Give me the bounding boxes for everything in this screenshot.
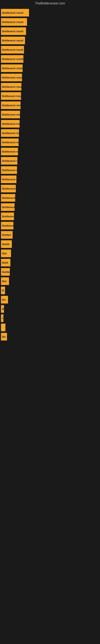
bar-label: Bottleneck re	[2, 196, 15, 200]
bar-item[interactable]: Bottleneck result	[1, 203, 15, 211]
bar-row: Bottleneck result	[0, 9, 100, 16]
bar-item[interactable]: Bottleneck result	[1, 157, 17, 164]
bar-row: Bottleneck result	[0, 74, 100, 81]
bar-label: Bottleneck	[2, 215, 14, 218]
bar-label: Bottleneck result	[2, 39, 23, 42]
bar-row: Bottleneck r	[0, 176, 100, 183]
bar-label: Bottleneck result	[2, 48, 23, 51]
bar-label: Bottle	[2, 243, 10, 246]
bar-item[interactable]: Bottl	[1, 259, 10, 266]
bar-item[interactable]: Bot	[1, 250, 11, 257]
bar-row: Bot	[0, 277, 100, 285]
bar-label: Bot	[2, 280, 7, 283]
bar-item[interactable]: I	[1, 314, 3, 322]
bar-row: Bo	[0, 296, 100, 304]
bar-item[interactable]: Bottleneck result	[1, 120, 20, 128]
bar-row: Bottleneck result	[0, 157, 100, 164]
bar-label: Bottleneck result	[2, 85, 21, 88]
bar-row: Bottleneck	[0, 212, 100, 220]
bar-row: Bottleneck result	[0, 203, 100, 211]
bar-item[interactable]: Bottleneck result	[1, 55, 23, 63]
bar-label: Bottleneck result	[2, 150, 18, 153]
bar-label: Bottleneck result	[2, 20, 23, 24]
bar-item[interactable]: Bottleneck result	[1, 129, 19, 137]
bar-label: Bottleneck result	[2, 58, 23, 60]
bar-label: Bottleneck resu	[2, 169, 17, 172]
bar-item[interactable]: Bottle	[1, 240, 12, 248]
bar-item[interactable]: Bottleneck result	[1, 111, 20, 118]
bar-label: B	[2, 289, 4, 292]
bar-item[interactable]: Bottleneck result	[1, 102, 21, 109]
bar-row: Bottleneck re	[0, 194, 100, 202]
site-title: TheBottlenecker.com	[0, 0, 100, 7]
bar-label: Bottleneck result	[2, 160, 17, 162]
bar-row: Bottleneck result	[0, 37, 100, 44]
bar-label: Bottleneck result	[2, 67, 23, 70]
bar-label: Bottleneck result	[2, 122, 20, 126]
bar-item[interactable]: Bottleneck result	[1, 37, 25, 44]
bar-item[interactable]: Bottleneck result	[1, 148, 18, 155]
bar-label: Bottleneck result	[2, 141, 19, 144]
bar-row	[0, 324, 100, 331]
bar-item[interactable]: Bottleneck result	[1, 64, 23, 72]
bar-label: Bo	[2, 335, 6, 338]
bar-item[interactable]: B	[1, 286, 5, 294]
bar-row: B	[0, 286, 100, 294]
bar-item[interactable]: Bottleneck resu	[1, 222, 13, 230]
bar-label: Bottleneck result	[2, 132, 19, 135]
bar-row: Bottleneck result	[0, 138, 100, 146]
bar-row: Bottleneck result	[0, 120, 100, 128]
bar-item[interactable]: Bottleneck resu	[1, 166, 17, 174]
bar-item[interactable]: Bottleneck result	[1, 46, 24, 54]
bar-item[interactable]: Bottleneck r	[1, 176, 16, 183]
bar-row: Bottle	[0, 240, 100, 248]
bar-label: Bottlen	[2, 234, 11, 236]
bar-row: B	[0, 305, 100, 313]
bar-row: Bottleneck resu	[0, 185, 100, 192]
bar-item[interactable]: Bottleneck result	[1, 18, 27, 26]
bar-row: Bo	[0, 333, 100, 340]
bar-row: Bottleneck result	[0, 129, 100, 137]
bar-item[interactable]: Bottleneck result	[1, 92, 21, 100]
bars-container: Bottleneck resultBottleneck resultBottle…	[0, 7, 100, 344]
bar-label: Bo	[2, 298, 6, 301]
bar-item[interactable]: Bottleneck result	[1, 74, 22, 81]
bar-label: Bottleneck result	[2, 206, 15, 209]
bar-item[interactable]: Bo	[1, 333, 7, 340]
bar-label: Bottl	[2, 261, 8, 264]
bar-row: Bottleneck result	[0, 18, 100, 26]
bar-item[interactable]: Bottleneck re	[1, 194, 15, 202]
bar-row: Bottleneck result	[0, 46, 100, 54]
bar-item[interactable]: B	[1, 305, 4, 313]
bar-label: Bottleneck r	[2, 178, 16, 181]
bar-row: Bottleneck result	[0, 111, 100, 118]
bar-item[interactable]: Bot	[1, 277, 9, 285]
bar-label: Bottleneck result	[2, 113, 20, 116]
bar-item[interactable]: Bottleneck result	[1, 9, 29, 16]
bar-item[interactable]: Bottlen	[1, 231, 13, 239]
bar-item[interactable]: Bottleneck result	[1, 27, 26, 35]
bar-item[interactable]: Bottleneck result	[1, 138, 19, 146]
bar-label: I	[2, 317, 3, 320]
bar-item[interactable]: Bottleneck resu	[1, 185, 16, 192]
bar-label: Bot	[2, 252, 7, 255]
bar-item[interactable]: Bo	[1, 296, 8, 304]
bar-row: Bottleneck result	[0, 55, 100, 63]
bar-label: Bottleneck resu	[2, 224, 13, 227]
bar-label: B	[2, 308, 4, 310]
bar-row: Bottleneck result	[0, 83, 100, 90]
bar-row: Bottleneck result	[0, 102, 100, 109]
bar-item[interactable]: Bottleneck result	[1, 83, 21, 90]
bar-label: Bottleneck resu	[2, 187, 16, 190]
bar-row: Bottlene	[0, 268, 100, 276]
bar-item[interactable]	[1, 324, 5, 331]
bar-item[interactable]: Bottleneck	[1, 212, 14, 220]
bar-label: Bottlene	[2, 270, 10, 274]
bar-row: Bottleneck resu	[0, 166, 100, 174]
bar-row: Bottleneck result	[0, 27, 100, 35]
bar-label: Bottleneck result	[2, 11, 23, 14]
bar-item[interactable]: Bottlene	[1, 268, 10, 276]
bar-label: Bottleneck result	[2, 30, 23, 33]
bar-row: Bottleneck result	[0, 64, 100, 72]
bar-label: Bottleneck result	[2, 104, 21, 107]
